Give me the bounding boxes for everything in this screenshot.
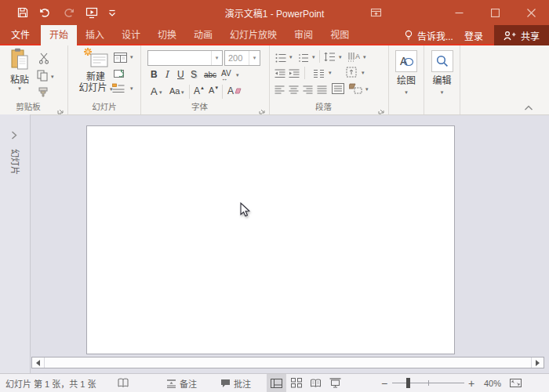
editing-button[interactable]: 编辑 ▾: [424, 50, 460, 95]
chevron-down-icon[interactable]: ▾: [130, 54, 133, 60]
zoom-slider-thumb[interactable]: [406, 378, 410, 388]
align-text-button[interactable]: [346, 67, 358, 81]
chevron-down-icon[interactable]: ▾: [211, 51, 222, 65]
chevron-down-icon[interactable]: ▾: [249, 51, 260, 65]
clipboard-dialog-launcher-icon[interactable]: [57, 103, 65, 111]
slide-canvas[interactable]: [86, 125, 455, 354]
undo-button[interactable]: [38, 7, 54, 18]
chevron-down-icon[interactable]: ▾: [236, 72, 239, 78]
chevron-down-icon[interactable]: ▾: [329, 70, 332, 75]
notes-button[interactable]: 备注: [166, 374, 197, 392]
minimize-icon[interactable]: [441, 0, 477, 25]
align-center-button[interactable]: [289, 84, 299, 98]
text-direction-button[interactable]: A: [347, 51, 360, 65]
clear-formatting-button[interactable]: A: [227, 85, 242, 96]
slides-thumbnail-pane[interactable]: 幻灯片: [0, 114, 31, 373]
shrink-font-button[interactable]: A▼: [209, 85, 219, 95]
tab-view[interactable]: 视图: [322, 25, 358, 45]
layout-button[interactable]: [114, 52, 127, 66]
zoom-in-button[interactable]: +: [468, 374, 474, 392]
window-title: 演示文稿1 - PowerPoint: [225, 6, 325, 20]
chevron-down-icon[interactable]: ▾: [365, 86, 369, 92]
chevron-down-icon[interactable]: ▾: [312, 54, 315, 60]
underline-button[interactable]: U: [177, 69, 184, 80]
align-left-button[interactable]: [274, 84, 285, 98]
start-slideshow-icon[interactable]: [85, 7, 98, 19]
close-icon[interactable]: [513, 0, 549, 25]
font-color-button[interactable]: A: [151, 85, 158, 97]
chevron-down-icon[interactable]: ▾: [289, 54, 293, 60]
reading-view-button[interactable]: [306, 374, 325, 392]
share-button[interactable]: 共享: [494, 25, 549, 45]
convert-smartart-button[interactable]: [349, 83, 362, 97]
character-spacing-button[interactable]: AV↔: [221, 69, 231, 86]
font-size-combo[interactable]: 200 ▾: [224, 50, 260, 66]
customize-qat-icon[interactable]: [108, 9, 116, 17]
bullets-button[interactable]: [275, 52, 286, 66]
increase-indent-button[interactable]: [289, 67, 300, 82]
scrollbar-track[interactable]: [45, 358, 531, 368]
distribute-button[interactable]: [332, 83, 344, 97]
tab-file[interactable]: 文件: [0, 25, 41, 45]
justify-button[interactable]: [317, 84, 327, 98]
decrease-indent-button[interactable]: [274, 67, 285, 82]
slideshow-view-button[interactable]: [325, 374, 345, 392]
tab-design[interactable]: 设计: [113, 25, 149, 45]
tab-transitions[interactable]: 切换: [149, 25, 185, 45]
fit-to-window-button[interactable]: [510, 374, 522, 392]
grow-font-button[interactable]: A▲: [194, 85, 205, 96]
tab-insert[interactable]: 插入: [77, 25, 113, 45]
chevron-down-icon[interactable]: ▾: [159, 89, 162, 95]
format-painter-button[interactable]: [38, 87, 49, 101]
horizontal-scrollbar[interactable]: [31, 357, 544, 368]
numbering-button[interactable]: [298, 52, 309, 66]
spell-check-button[interactable]: [118, 374, 129, 392]
chevron-down-icon[interactable]: ▾: [363, 54, 366, 60]
zoom-level[interactable]: 40%: [484, 374, 501, 392]
chevron-down-icon[interactable]: ▾: [130, 85, 133, 91]
paste-button[interactable]: 粘贴 ▾: [5, 48, 35, 91]
chevron-down-icon[interactable]: ▾: [362, 70, 365, 75]
zoom-out-button[interactable]: −: [381, 374, 387, 392]
drawing-button[interactable]: A 绘图 ▾: [389, 50, 424, 95]
line-spacing-icon: [324, 52, 336, 62]
expand-pane-icon[interactable]: [11, 129, 17, 143]
view-switcher: [267, 374, 345, 392]
maximize-icon[interactable]: [477, 0, 513, 25]
comments-button[interactable]: 批注: [220, 374, 251, 392]
slides-group: 新建 幻灯片 ▾ ▾ ▾ 幻灯片: [68, 45, 141, 114]
tell-me-button[interactable]: 告诉我...: [404, 29, 453, 42]
ribbon-display-options-icon[interactable]: [358, 0, 394, 25]
strikethrough-button[interactable]: abc: [204, 71, 216, 79]
zoom-slider[interactable]: [392, 383, 464, 383]
reset-slide-button[interactable]: [114, 67, 126, 82]
tab-home[interactable]: 开始: [41, 25, 77, 45]
save-icon[interactable]: [17, 7, 28, 18]
chevron-down-icon[interactable]: ▾: [51, 74, 54, 79]
italic-button[interactable]: I: [165, 69, 169, 80]
copy-button[interactable]: [37, 70, 48, 85]
font-dialog-launcher-icon[interactable]: [259, 103, 267, 111]
font-name-combo[interactable]: ▾: [147, 50, 223, 66]
tab-review[interactable]: 审阅: [285, 25, 322, 45]
chevron-down-icon[interactable]: ▾: [181, 89, 184, 95]
sign-in-button[interactable]: 登录: [464, 29, 483, 42]
align-right-button[interactable]: [303, 84, 313, 98]
line-spacing-button[interactable]: [324, 51, 336, 65]
tab-animations[interactable]: 动画: [185, 25, 221, 45]
columns-button[interactable]: [313, 67, 325, 82]
text-shadow-button[interactable]: S: [191, 69, 197, 80]
section-button[interactable]: [112, 83, 125, 97]
bold-button[interactable]: B: [151, 69, 158, 80]
collapse-ribbon-icon[interactable]: [524, 100, 533, 114]
normal-view-button[interactable]: [267, 374, 286, 392]
change-case-button[interactable]: Aa: [169, 86, 180, 96]
scroll-right-icon[interactable]: [531, 358, 544, 368]
scroll-left-icon[interactable]: [32, 358, 45, 368]
clipboard-group-label: 剪贴板: [0, 100, 56, 112]
paragraph-dialog-launcher-icon[interactable]: [378, 103, 386, 111]
tab-slideshow[interactable]: 幻灯片放映: [221, 25, 285, 45]
cut-button[interactable]: [38, 53, 49, 67]
slide-sorter-view-button[interactable]: [286, 374, 306, 392]
chevron-down-icon[interactable]: ▾: [339, 54, 342, 60]
